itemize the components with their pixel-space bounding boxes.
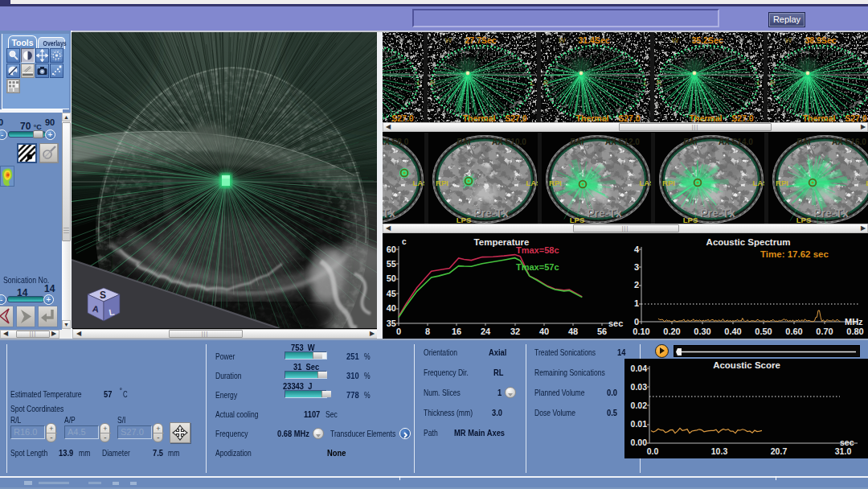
svg-text:0.60: 0.60 [785,327,802,336]
svg-text:Pre-Tx: Pre-Tx [473,207,509,220]
svg-text:45: 45 [387,289,396,298]
svg-text:35: 35 [387,318,396,328]
svg-text:AX S14.0: AX S14.0 [719,138,753,146]
svg-text:LPS: LPS [796,216,811,224]
svg-text:AX S12.0: AX S12.0 [605,138,640,146]
svg-text:60: 60 [387,244,396,254]
svg-text:RAI: RAI [796,138,810,146]
svg-text:0.70: 0.70 [816,327,833,336]
svg-text:40: 40 [539,327,549,336]
svg-text:31.0: 31.0 [835,446,852,456]
svg-text:AX S16.0: AX S16.0 [832,138,866,146]
svg-text:0.50: 0.50 [755,327,772,336]
svg-text:LPS: LPS [570,216,584,224]
svg-text:24: 24 [481,327,491,336]
svg-text:27.7Sec: 27.7Sec [465,35,496,45]
svg-text:Pre-Tx: Pre-Tx [700,207,735,220]
svg-text:S27.0: S27.0 [731,113,754,122]
svg-text:Thermal: Thermal [803,113,836,122]
svg-text:Tmax=57c: Tmax=57c [516,262,559,272]
svg-text:0.0: 0.0 [647,446,659,456]
svg-text:LPS: LPS [683,216,698,224]
svg-text:38.9Sec: 38.9Sec [805,35,836,45]
svg-text:AX S10.0: AX S10.0 [492,138,526,146]
svg-text:50: 50 [387,273,396,283]
svg-text:S27.0: S27.0 [845,113,867,122]
svg-text:0.20: 0.20 [663,327,680,336]
svg-text:RAI: RAI [683,138,697,146]
svg-text:31.4Sec: 31.4Sec [578,35,609,45]
svg-text:32: 32 [510,327,520,336]
svg-text:R: R [430,79,436,87]
svg-text:0.01: 0.01 [631,419,648,429]
svg-text:S27.0: S27.0 [618,113,641,122]
svg-text:sec: sec [840,438,854,447]
svg-text:RPI: RPI [549,179,562,187]
svg-text:W: W [445,36,452,44]
svg-text:0.04: 0.04 [631,364,648,373]
svg-text:MHz: MHz [845,317,863,327]
svg-text:W: W [785,36,792,44]
svg-text:Time: 17.62 sec: Time: 17.62 sec [760,249,829,259]
svg-text:0.10: 0.10 [633,327,649,336]
svg-text:Tmax=58c: Tmax=58c [516,245,559,255]
svg-text:RPI: RPI [662,179,675,187]
svg-text:55: 55 [387,259,396,269]
svg-text:RPI: RPI [776,179,788,187]
svg-text:S27.0: S27.0 [391,113,414,122]
svg-text:sec: sec [608,318,623,328]
svg-text:0.00: 0.00 [631,438,648,447]
svg-text:0: 0 [634,317,639,327]
svg-text:RPI: RPI [436,179,448,187]
svg-text:2: 2 [634,280,639,290]
svg-text:RAI: RAI [457,138,470,146]
svg-text:0: 0 [396,327,401,336]
svg-text:0.40: 0.40 [724,327,741,336]
svg-text:0.03: 0.03 [631,382,648,392]
svg-text:W: W [559,36,566,44]
svg-text:0.02: 0.02 [631,401,648,410]
svg-text:R: R [657,79,662,87]
svg-text:10.3: 10.3 [711,446,728,456]
svg-text:Pre-Tx: Pre-Tx [587,207,622,220]
svg-text:8: 8 [425,327,430,336]
svg-text:Thermal: Thermal [576,113,609,122]
svg-text:3: 3 [634,262,639,272]
svg-text:0.30: 0.30 [694,327,710,336]
svg-text:S: S [100,290,106,301]
svg-text:Thermal: Thermal [463,113,496,122]
svg-text:L: L [757,79,761,87]
svg-text:c: c [402,237,407,246]
svg-text:W: W [672,36,679,44]
svg-text:R: R [543,79,549,87]
svg-text:1: 1 [634,298,639,308]
svg-text:Pre-Tx: Pre-Tx [813,207,849,220]
svg-text:4: 4 [634,244,640,254]
svg-text:Thermal: Thermal [690,113,723,122]
svg-text:L: L [417,79,421,87]
svg-text:L: L [644,79,648,87]
svg-text:16: 16 [452,327,461,336]
svg-text:48: 48 [568,327,578,336]
svg-text:56: 56 [597,327,607,336]
svg-text:R: R [770,79,776,87]
svg-text:S27.0: S27.0 [505,113,527,122]
svg-text:Acoustic Score: Acoustic Score [713,360,780,370]
svg-text:LPS: LPS [457,216,471,224]
svg-text:AX S8.0: AX S8.0 [383,138,409,146]
svg-text:L: L [530,79,534,87]
svg-text:RAI: RAI [570,138,583,146]
svg-text:Pre-Tx: Pre-Tx [383,207,395,220]
svg-text:40: 40 [387,303,396,313]
svg-text:35.2Sec: 35.2Sec [691,35,723,45]
svg-text:20.7: 20.7 [771,446,788,456]
svg-text:0.80: 0.80 [846,327,863,336]
svg-text:Acoustic Spectrum: Acoustic Spectrum [706,237,791,247]
